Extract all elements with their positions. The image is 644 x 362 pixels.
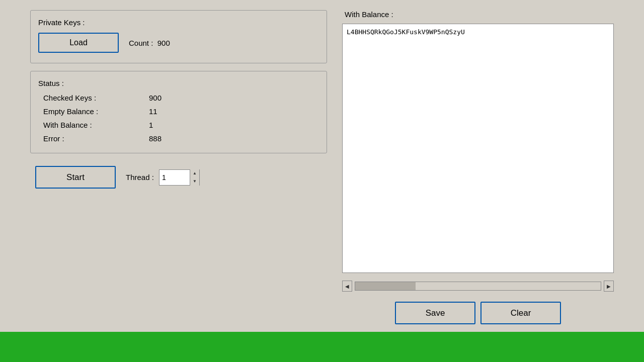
save-button[interactable]: Save: [395, 302, 475, 324]
private-keys-row: Load Count : 900: [38, 33, 319, 53]
spin-buttons: ▲ ▼: [190, 169, 199, 186]
thread-control: Thread : ▲ ▼: [126, 169, 200, 186]
checked-keys-value: 900: [149, 94, 162, 102]
load-button[interactable]: Load: [38, 33, 119, 53]
scroll-right-arrow[interactable]: ▶: [604, 281, 614, 292]
spin-up-button[interactable]: ▲: [190, 169, 199, 177]
empty-balance-row: Empty Balance : 11: [43, 107, 319, 116]
error-label: Error :: [43, 134, 149, 143]
action-buttons: Save Clear: [342, 299, 614, 327]
thread-label: Thread :: [126, 173, 154, 182]
status-title: Status :: [38, 79, 319, 87]
progress-bar: [0, 332, 644, 362]
with-balance-label: With Balance :: [43, 121, 149, 129]
with-balance-row: With Balance : 1: [43, 121, 319, 129]
with-balance-value: 1: [149, 121, 153, 129]
error-row: Error : 888: [43, 134, 319, 143]
checked-keys-label: Checked Keys :: [43, 94, 149, 102]
scroll-left-arrow[interactable]: ◀: [342, 281, 352, 292]
error-value: 888: [149, 134, 162, 143]
right-panel: With Balance : L4BHHSQRkQGoJ5KFuskV9WP5n…: [342, 10, 614, 327]
clear-button[interactable]: Clear: [480, 302, 561, 324]
scrollbar-track[interactable]: [355, 282, 601, 291]
thread-input-wrapper: ▲ ▼: [159, 169, 200, 186]
scrollbar-thumb[interactable]: [355, 282, 416, 290]
private-keys-section: Private Keys : Load Count : 900: [30, 10, 327, 63]
thread-input[interactable]: [159, 170, 190, 185]
text-display-container: L4BHHSQRkQGoJ5KFuskV9WP5nQSzyU: [342, 24, 614, 273]
checked-keys-row: Checked Keys : 900: [43, 94, 319, 102]
scrollbar-row: ◀ ▶: [342, 278, 614, 294]
with-balance-title: With Balance :: [342, 10, 614, 19]
count-label: Count : 900: [129, 39, 170, 47]
private-keys-title: Private Keys :: [38, 18, 319, 27]
with-balance-textarea[interactable]: L4BHHSQRkQGoJ5KFuskV9WP5nQSzyU: [343, 24, 613, 273]
bottom-controls: Start Thread : ▲ ▼: [30, 166, 327, 189]
spin-down-button[interactable]: ▼: [190, 177, 199, 186]
status-section: Status : Checked Keys : 900 Empty Balanc…: [30, 71, 327, 153]
empty-balance-value: 11: [149, 107, 157, 116]
status-rows: Checked Keys : 900 Empty Balance : 11 Wi…: [38, 94, 319, 143]
left-panel: Private Keys : Load Count : 900 Status :…: [30, 10, 327, 327]
empty-balance-label: Empty Balance :: [43, 107, 149, 116]
start-button[interactable]: Start: [35, 166, 116, 189]
